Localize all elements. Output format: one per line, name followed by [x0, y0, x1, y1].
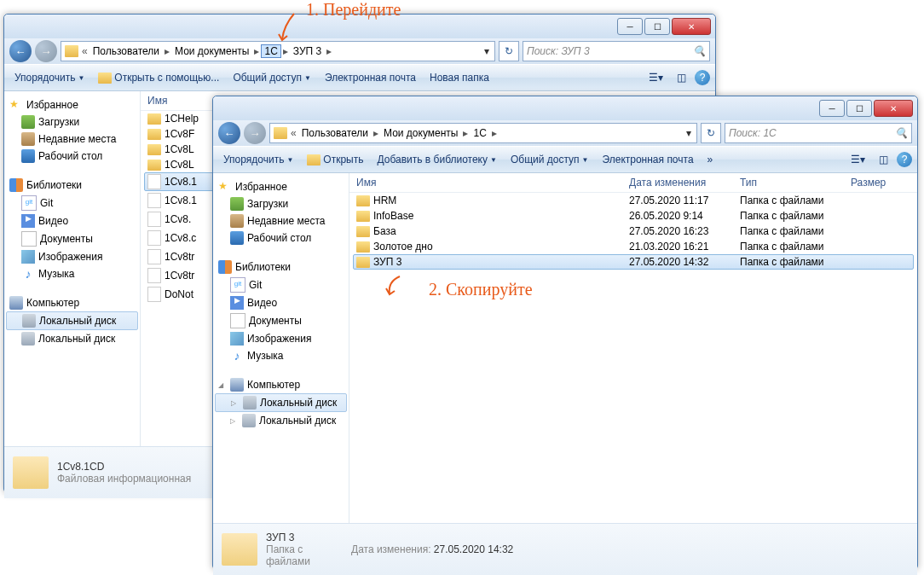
close-button[interactable]: ✕ — [672, 18, 711, 35]
file-icon — [147, 287, 161, 302]
breadcrumb[interactable]: « Пользователи▸ Мои документы▸ 1C▸ ▾ — [269, 123, 697, 143]
nav-libraries[interactable]: Библиотеки — [6, 177, 138, 194]
file-name: 1Cv8L — [165, 143, 194, 155]
folder-icon — [274, 127, 287, 139]
desktop-icon — [21, 149, 35, 163]
chevron-right-icon[interactable]: ▸ — [281, 45, 290, 57]
nav-images[interactable]: Изображения — [215, 330, 347, 347]
add-to-library-button[interactable]: Добавить в библиотеку▼ — [372, 152, 501, 167]
nav-recent[interactable]: Недавние места — [6, 131, 138, 148]
triangle-icon[interactable]: ▷ — [231, 399, 240, 407]
disk-icon — [22, 314, 36, 328]
view-button[interactable]: ☰▾ — [644, 70, 668, 85]
nav-local-disk-2[interactable]: Локальный диск — [6, 330, 138, 347]
nav-git[interactable]: gitGit — [6, 194, 138, 212]
triangle-icon[interactable]: ◢ — [218, 381, 227, 389]
file-row[interactable]: ЗУП 327.05.2020 14:32Папка с файлами — [353, 254, 914, 270]
file-name: 1Cv8F — [165, 128, 194, 140]
search-icon: 🔍 — [895, 127, 908, 139]
email-button[interactable]: Электронная почта — [320, 70, 421, 85]
nav-video[interactable]: ▶Видео — [215, 294, 347, 311]
chevron-right-icon[interactable]: ▸ — [461, 127, 470, 139]
nav-downloads[interactable]: Загрузки — [215, 195, 347, 212]
maximize-button[interactable]: ☐ — [644, 18, 670, 35]
nav-git[interactable]: gitGit — [215, 276, 347, 294]
file-row[interactable]: HRM27.05.2020 11:17Папка с файлами — [349, 193, 917, 208]
refresh-button[interactable]: ↻ — [701, 123, 721, 143]
search-input[interactable]: Поиск: ЗУП 3🔍 — [523, 41, 710, 61]
star-icon: ★ — [218, 180, 232, 194]
git-icon: git — [230, 277, 245, 293]
nav-images[interactable]: Изображения — [6, 248, 138, 265]
nav-video[interactable]: ▶Видео — [6, 212, 138, 229]
preview-pane-button[interactable]: ◫ — [672, 70, 691, 85]
documents-icon — [230, 313, 245, 328]
forward-button[interactable]: → — [35, 40, 57, 62]
search-input[interactable]: Поиск: 1C🔍 — [725, 123, 912, 143]
help-icon[interactable]: ? — [695, 70, 710, 85]
nav-recent[interactable]: Недавние места — [215, 212, 347, 229]
column-header-date[interactable]: Дата изменения — [629, 177, 740, 189]
file-name: 1Cv8.1 — [165, 195, 197, 206]
nav-computer[interactable]: ◢Компьютер — [215, 376, 347, 393]
titlebar[interactable]: ─ ☐ ✕ — [4, 15, 715, 38]
file-row[interactable]: База27.05.2020 16:23Папка с файлами — [349, 224, 917, 239]
nav-libraries[interactable]: Библиотеки — [215, 258, 347, 276]
column-header-name[interactable]: Имя — [356, 177, 629, 189]
file-row[interactable]: Золотое дно21.03.2020 16:21Папка с файла… — [349, 239, 917, 254]
nav-local-disk-1[interactable]: ▷Локальный диск — [215, 393, 347, 412]
column-header-type[interactable]: Тип — [740, 177, 851, 189]
refresh-button[interactable]: ↻ — [499, 41, 519, 61]
nav-local-disk-2[interactable]: ▷Локальный диск — [215, 412, 347, 429]
organize-button[interactable]: Упорядочить▼ — [218, 152, 298, 167]
images-icon — [21, 250, 35, 264]
breadcrumb[interactable]: « Пользователи▸ Мои документы▸ 1C▸ ЗУП 3… — [61, 41, 495, 61]
email-button[interactable]: Электронная почта — [597, 152, 698, 167]
new-folder-button[interactable]: Новая папка — [424, 70, 494, 85]
maximize-button[interactable]: ☐ — [846, 100, 872, 117]
file-name: ЗУП 3 — [373, 256, 401, 268]
nav-favorites[interactable]: ★Избранное — [6, 96, 138, 113]
open-with-button[interactable]: Открыть с помощью... — [93, 70, 224, 85]
view-button[interactable]: ☰▾ — [846, 152, 870, 167]
chevron-right-icon[interactable]: ▸ — [372, 127, 380, 139]
chevron-right-icon[interactable]: ▸ — [325, 45, 333, 57]
share-button[interactable]: Общий доступ▼ — [505, 152, 594, 167]
chevron-down-icon[interactable]: ▾ — [481, 45, 493, 57]
nav-favorites[interactable]: ★Избранное — [215, 178, 347, 195]
minimize-button[interactable]: ─ — [617, 18, 643, 35]
app-icon — [98, 73, 112, 84]
titlebar[interactable]: ─ ☐ ✕ — [213, 96, 917, 120]
chevron-right-icon[interactable]: ▸ — [490, 127, 499, 139]
file-row[interactable]: InfoBase26.05.2020 9:14Папка с файлами — [349, 208, 917, 224]
column-header-size[interactable]: Размер — [851, 177, 910, 189]
nav-desktop[interactable]: Рабочий стол — [215, 229, 347, 247]
nav-computer[interactable]: Компьютер — [6, 294, 138, 311]
file-name: 1Cv8tr — [165, 270, 194, 282]
file-type: Папка с файлами — [740, 210, 851, 222]
breadcrumb-1c[interactable]: 1C — [261, 44, 280, 58]
minimize-button[interactable]: ─ — [819, 100, 845, 117]
back-button[interactable]: ← — [218, 122, 240, 144]
preview-pane-button[interactable]: ◫ — [874, 152, 893, 167]
nav-documents[interactable]: Документы — [6, 229, 138, 248]
nav-documents[interactable]: Документы — [215, 311, 347, 330]
downloads-icon — [21, 115, 35, 129]
nav-desktop[interactable]: Рабочий стол — [6, 148, 138, 165]
triangle-icon[interactable]: ▷ — [230, 417, 239, 425]
nav-music[interactable]: ♪Музыка — [215, 347, 347, 364]
nav-downloads[interactable]: Загрузки — [6, 113, 138, 131]
organize-button[interactable]: Упорядочить▼ — [9, 70, 90, 85]
close-button[interactable]: ✕ — [874, 100, 913, 117]
overflow-button[interactable]: » — [702, 152, 719, 167]
chevron-right-icon[interactable]: ▸ — [163, 45, 171, 57]
chevron-down-icon[interactable]: ▾ — [683, 127, 695, 139]
back-button[interactable]: ← — [9, 40, 32, 62]
nav-music[interactable]: ♪Музыка — [6, 265, 138, 282]
open-button[interactable]: Открыть — [302, 152, 368, 167]
help-icon[interactable]: ? — [897, 152, 912, 167]
share-button[interactable]: Общий доступ▼ — [228, 70, 316, 85]
nav-local-disk-1[interactable]: Локальный диск — [6, 311, 138, 330]
forward-button[interactable]: → — [244, 122, 266, 144]
chevron-right-icon[interactable]: ▸ — [252, 45, 261, 57]
